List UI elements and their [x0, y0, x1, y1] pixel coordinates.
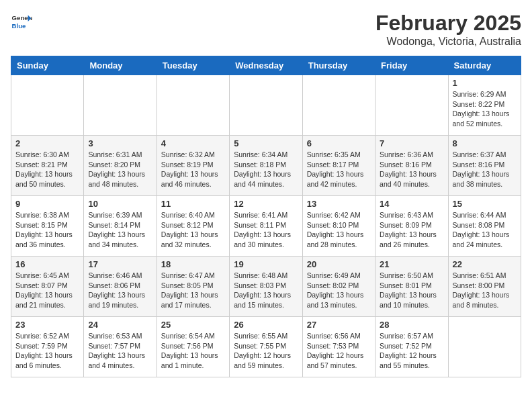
day-cell: 17Sunrise: 6:46 AM Sunset: 8:06 PM Dayli… — [84, 257, 157, 317]
day-cell: 4Sunrise: 6:32 AM Sunset: 8:19 PM Daylig… — [157, 136, 229, 196]
header: General Blue February 2025 Wodonga, Vict… — [11, 11, 521, 48]
day-cell: 12Sunrise: 6:41 AM Sunset: 8:11 PM Dayli… — [230, 196, 302, 257]
main-title: February 2025 — [375, 11, 521, 36]
day-cell: 5Sunrise: 6:34 AM Sunset: 8:18 PM Daylig… — [230, 136, 302, 196]
day-number: 9 — [15, 199, 79, 209]
day-info: Sunrise: 6:54 AM Sunset: 7:56 PM Dayligh… — [161, 331, 225, 371]
day-cell: 7Sunrise: 6:36 AM Sunset: 8:16 PM Daylig… — [375, 136, 448, 196]
day-cell — [302, 75, 375, 136]
day-cell: 16Sunrise: 6:45 AM Sunset: 8:07 PM Dayli… — [11, 257, 84, 317]
day-number: 18 — [161, 259, 225, 269]
day-info: Sunrise: 6:32 AM Sunset: 8:19 PM Dayligh… — [161, 150, 225, 189]
day-info: Sunrise: 6:46 AM Sunset: 8:06 PM Dayligh… — [88, 271, 152, 310]
day-info: Sunrise: 6:53 AM Sunset: 7:57 PM Dayligh… — [88, 331, 152, 371]
day-cell — [375, 75, 448, 136]
day-cell: 28Sunrise: 6:57 AM Sunset: 7:52 PM Dayli… — [375, 317, 448, 377]
day-cell: 13Sunrise: 6:42 AM Sunset: 8:10 PM Dayli… — [302, 196, 375, 257]
day-info: Sunrise: 6:38 AM Sunset: 8:15 PM Dayligh… — [15, 210, 79, 250]
weekday-header-thursday: Thursday — [302, 56, 375, 75]
day-number: 10 — [88, 199, 152, 209]
day-info: Sunrise: 6:31 AM Sunset: 8:20 PM Dayligh… — [88, 150, 152, 189]
day-info: Sunrise: 6:36 AM Sunset: 8:16 PM Dayligh… — [380, 150, 443, 189]
day-cell: 22Sunrise: 6:51 AM Sunset: 8:00 PM Dayli… — [448, 257, 521, 317]
logo-icon: General Blue — [11, 11, 32, 32]
day-info: Sunrise: 6:29 AM Sunset: 8:22 PM Dayligh… — [453, 89, 517, 129]
day-cell: 23Sunrise: 6:52 AM Sunset: 7:59 PM Dayli… — [11, 317, 84, 377]
day-cell: 24Sunrise: 6:53 AM Sunset: 7:57 PM Dayli… — [84, 317, 157, 377]
week-row-4: 16Sunrise: 6:45 AM Sunset: 8:07 PM Dayli… — [11, 257, 521, 317]
day-info: Sunrise: 6:55 AM Sunset: 7:55 PM Dayligh… — [234, 331, 298, 371]
day-cell — [230, 75, 302, 136]
day-cell: 2Sunrise: 6:30 AM Sunset: 8:21 PM Daylig… — [11, 136, 84, 196]
day-cell: 8Sunrise: 6:37 AM Sunset: 8:16 PM Daylig… — [448, 136, 521, 196]
day-info: Sunrise: 6:35 AM Sunset: 8:17 PM Dayligh… — [307, 150, 371, 189]
title-area: February 2025 Wodonga, Victoria, Austral… — [375, 11, 521, 48]
day-cell — [11, 75, 84, 136]
weekday-header-friday: Friday — [375, 56, 448, 75]
day-info: Sunrise: 6:52 AM Sunset: 7:59 PM Dayligh… — [15, 331, 79, 371]
day-number: 16 — [15, 259, 79, 269]
day-cell: 11Sunrise: 6:40 AM Sunset: 8:12 PM Dayli… — [157, 196, 229, 257]
day-cell: 27Sunrise: 6:56 AM Sunset: 7:53 PM Dayli… — [302, 317, 375, 377]
week-row-1: 1Sunrise: 6:29 AM Sunset: 8:22 PM Daylig… — [11, 75, 521, 136]
day-cell — [157, 75, 229, 136]
weekday-header-saturday: Saturday — [448, 56, 521, 75]
day-cell — [448, 317, 521, 377]
day-number: 13 — [307, 199, 371, 209]
day-info: Sunrise: 6:30 AM Sunset: 8:21 PM Dayligh… — [15, 150, 79, 189]
calendar: SundayMondayTuesdayWednesdayThursdayFrid… — [11, 56, 521, 377]
weekday-header-row: SundayMondayTuesdayWednesdayThursdayFrid… — [11, 56, 521, 75]
day-info: Sunrise: 6:49 AM Sunset: 8:02 PM Dayligh… — [307, 271, 371, 310]
weekday-header-wednesday: Wednesday — [230, 56, 302, 75]
day-info: Sunrise: 6:57 AM Sunset: 7:52 PM Dayligh… — [380, 331, 443, 371]
weekday-header-sunday: Sunday — [11, 56, 84, 75]
day-info: Sunrise: 6:42 AM Sunset: 8:10 PM Dayligh… — [307, 210, 371, 250]
day-cell: 6Sunrise: 6:35 AM Sunset: 8:17 PM Daylig… — [302, 136, 375, 196]
day-number: 4 — [161, 138, 225, 148]
day-cell: 25Sunrise: 6:54 AM Sunset: 7:56 PM Dayli… — [157, 317, 229, 377]
logo: General Blue — [11, 11, 32, 32]
day-info: Sunrise: 6:43 AM Sunset: 8:09 PM Dayligh… — [380, 210, 443, 250]
day-info: Sunrise: 6:39 AM Sunset: 8:14 PM Dayligh… — [88, 210, 152, 250]
day-info: Sunrise: 6:47 AM Sunset: 8:05 PM Dayligh… — [161, 271, 225, 310]
day-number: 24 — [88, 320, 152, 330]
day-cell: 15Sunrise: 6:44 AM Sunset: 8:08 PM Dayli… — [448, 196, 521, 257]
day-number: 2 — [15, 138, 79, 148]
day-info: Sunrise: 6:34 AM Sunset: 8:18 PM Dayligh… — [234, 150, 298, 189]
day-info: Sunrise: 6:50 AM Sunset: 8:01 PM Dayligh… — [380, 271, 443, 310]
day-info: Sunrise: 6:51 AM Sunset: 8:00 PM Dayligh… — [453, 271, 517, 310]
day-number: 17 — [88, 259, 152, 269]
weekday-header-monday: Monday — [84, 56, 157, 75]
day-cell: 9Sunrise: 6:38 AM Sunset: 8:15 PM Daylig… — [11, 196, 84, 257]
day-number: 3 — [88, 138, 152, 148]
day-number: 6 — [307, 138, 371, 148]
day-cell: 18Sunrise: 6:47 AM Sunset: 8:05 PM Dayli… — [157, 257, 229, 317]
day-number: 1 — [453, 78, 517, 88]
day-number: 15 — [453, 199, 517, 209]
day-info: Sunrise: 6:45 AM Sunset: 8:07 PM Dayligh… — [15, 271, 79, 310]
day-number: 25 — [161, 320, 225, 330]
week-row-2: 2Sunrise: 6:30 AM Sunset: 8:21 PM Daylig… — [11, 136, 521, 196]
day-cell: 19Sunrise: 6:48 AM Sunset: 8:03 PM Dayli… — [230, 257, 302, 317]
week-row-3: 9Sunrise: 6:38 AM Sunset: 8:15 PM Daylig… — [11, 196, 521, 257]
subtitle: Wodonga, Victoria, Australia — [375, 36, 521, 48]
day-info: Sunrise: 6:41 AM Sunset: 8:11 PM Dayligh… — [234, 210, 298, 250]
day-cell: 20Sunrise: 6:49 AM Sunset: 8:02 PM Dayli… — [302, 257, 375, 317]
day-cell: 10Sunrise: 6:39 AM Sunset: 8:14 PM Dayli… — [84, 196, 157, 257]
day-number: 14 — [380, 199, 443, 209]
week-row-5: 23Sunrise: 6:52 AM Sunset: 7:59 PM Dayli… — [11, 317, 521, 377]
day-number: 20 — [307, 259, 371, 269]
weekday-header-tuesday: Tuesday — [157, 56, 229, 75]
day-cell: 14Sunrise: 6:43 AM Sunset: 8:09 PM Dayli… — [375, 196, 448, 257]
day-number: 5 — [234, 138, 298, 148]
day-number: 22 — [453, 259, 517, 269]
day-number: 28 — [380, 320, 443, 330]
day-info: Sunrise: 6:40 AM Sunset: 8:12 PM Dayligh… — [161, 210, 225, 250]
day-info: Sunrise: 6:48 AM Sunset: 8:03 PM Dayligh… — [234, 271, 298, 310]
day-number: 27 — [307, 320, 371, 330]
day-info: Sunrise: 6:37 AM Sunset: 8:16 PM Dayligh… — [453, 150, 517, 189]
day-number: 12 — [234, 199, 298, 209]
day-number: 21 — [380, 259, 443, 269]
day-number: 7 — [380, 138, 443, 148]
svg-text:Blue: Blue — [12, 22, 26, 30]
